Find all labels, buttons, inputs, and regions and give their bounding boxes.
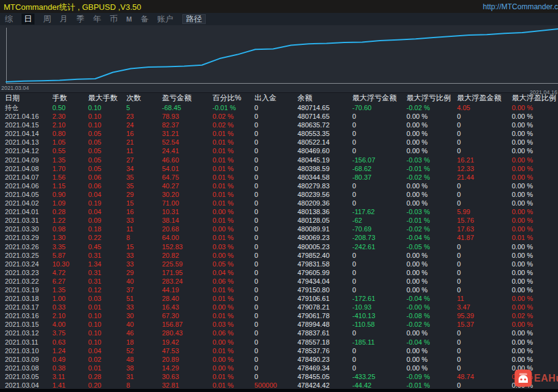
table-row[interactable]: 2021.03.080.380.013814.290.00 %0478469.3… [0,364,558,372]
path-button[interactable]: 路径 [182,14,206,24]
cell-max_float_profit: 0 [457,286,512,294]
table-row[interactable]: 2021.03.263.350.4515152.830.03 %0480005.… [0,242,558,251]
cell-inout: 0 [254,346,297,355]
table-row[interactable]: 2021.03.041.410.20832.810.01 %5000004784… [0,381,558,390]
table-row[interactable]: 2021.04.021.090.191571.000.01 %0480209.3… [0,199,558,207]
cell-lots: 0.33 [52,303,88,311]
table-row[interactable]: 2021.04.091.350.052746.600.01 %0480445.1… [0,156,558,164]
cell-inout: 0 [254,216,297,225]
cell-max_float_loss: 0 [352,182,406,190]
cell-max_float_profit_pct: 0.00 % [512,182,558,190]
cell-pl: 19.42 [162,338,212,346]
cell-pct: 0.04 % [212,268,254,277]
tab-月[interactable]: 月 [60,14,68,24]
cell-max_float_loss: 0 [352,329,406,337]
table-row[interactable]: 2021.03.162.100.103067.300.01 %0479061.7… [0,311,558,320]
cell-lots: 1.56 [52,173,88,182]
table-row[interactable]: 2021.03.191.350.123744.190.01 %0479150.8… [0,286,558,294]
cell-count: 33 [126,303,162,311]
cell-inout: 0 [254,294,297,303]
table-row[interactable]: 持仓0.500.105-68.45-0.01 %0480714.65-70.60… [0,103,558,112]
table-row[interactable]: 2021.04.050.900.042930.200.01 %0480239.5… [0,190,558,199]
cell-pct: 0.00 % [212,251,254,260]
cell-max_lots: 0.05 [88,138,126,146]
cell-max_float_loss_pct: 0.00 % [406,277,457,286]
table-row[interactable]: 2021.03.234.720.3129171.950.04 %0479605.… [0,268,558,277]
table-row[interactable]: 2021.03.170.330.013316.430.00 %0479078.2… [0,303,558,311]
cell-max_float_loss_pct: -0.03 % [406,156,457,164]
table-row[interactable]: 2021.04.162.300.102378.930.02 %0480714.6… [0,112,558,121]
eahub-watermark: EAHub [514,369,558,387]
cell-inout: 0 [254,338,297,346]
tab-M[interactable]: M [126,14,132,24]
table-row[interactable]: 2021.03.181.000.035128.400.01 %0479106.6… [0,294,558,303]
cell-lots: 1.35 [52,286,88,294]
cell-balance: 480069.23 [297,233,352,242]
cell-count: 29 [126,268,162,277]
cell-max_float_loss_pct: 0.00 % [406,260,457,268]
tab-年[interactable]: 年 [93,14,101,24]
table-row[interactable]: 2021.03.090.490.024820.890.00 %0478490.2… [0,355,558,364]
table-row[interactable]: 2021.03.154.000.1040156.870.03 %0478994.… [0,320,558,329]
cell-max_lots: 0.10 [88,338,126,346]
cell-lots: 1.05 [52,138,88,146]
cell-max_float_loss_pct: -0.05 % [406,242,457,251]
app-url-link[interactable]: http://MTCommander.c [483,2,558,11]
cell-count: 8 [126,233,162,242]
cell-lots: 2.10 [52,311,88,320]
table-row[interactable]: 2021.03.226.270.3140283.240.06 %0479434.… [0,277,558,286]
table-row[interactable]: 2021.03.2410.301.3433225.590.05 %0479831… [0,260,558,268]
table-row[interactable]: 2021.03.291.300.22864.000.01 %0480069.23… [0,233,558,242]
table-row[interactable]: 2021.04.120.550.051124.410.01 %0480469.6… [0,146,558,155]
cell-balance: 478490.23 [297,355,352,364]
cell-pct: 0.00 % [212,364,254,372]
cell-lots: 1.70 [52,164,88,173]
cell-pct: 0.01 % [212,173,254,182]
table-row[interactable]: 2021.03.255.870.313320.820.00 %0479852.4… [0,251,558,260]
table-row[interactable]: 2021.03.110.630.101819.420.00 %0478557.1… [0,338,558,346]
tab-日[interactable]: 日 [22,14,34,25]
cell-max_float_loss_pct: 0.00 % [406,190,457,199]
tab-币[interactable]: 币 [110,14,118,24]
cell-date: 2021.03.29 [0,233,52,242]
table-row[interactable]: 2021.03.123.750.1046280.430.06 %0478837.… [0,329,558,337]
cell-date: 2021.03.11 [0,338,52,346]
cell-date: 2021.04.06 [0,182,52,190]
cell-max_float_profit_pct: 0.00 % [512,242,558,251]
cell-balance: 480398.59 [297,164,352,173]
table-row[interactable]: 2021.04.131.050.052152.540.01 %0480522.1… [0,138,558,146]
cell-date: 2021.04.02 [0,199,52,207]
cell-max_float_loss_pct: 0.00 % [406,121,457,129]
table-row[interactable]: 2021.03.053.110.283130.630.01 %0478455.0… [0,372,558,381]
cell-inout: 0 [254,311,297,320]
cell-balance: 479605.99 [297,268,352,277]
cell-pct: 0.01 % [212,190,254,199]
cell-pct: -0.01 % [212,103,254,112]
table-row[interactable]: 2021.03.311.220.093338.140.01 %0480128.0… [0,216,558,225]
cell-pct: 0.01 % [212,216,254,225]
tab-综[interactable]: 综 [5,14,13,24]
table-row[interactable]: 2021.04.010.280.041610.310.00 %0480138.3… [0,207,558,216]
tab-季[interactable]: 季 [76,14,84,24]
table-row[interactable]: 2021.04.140.800.051631.210.01 %0480553.3… [0,129,558,138]
table-row[interactable]: 2021.04.081.700.053454.010.01 %0480398.5… [0,164,558,173]
table-row[interactable]: 2021.03.101.240.045247.530.01 %0478537.7… [0,346,558,355]
tab-账户[interactable]: 账户 [157,14,173,24]
cell-lots: 4.72 [52,268,88,277]
cell-inout: 0 [254,233,297,242]
tab-周[interactable]: 周 [43,14,51,24]
tab-备[interactable]: 备 [140,14,148,24]
table-row[interactable]: 2021.04.071.560.063564.750.01 %0480344.5… [0,173,558,182]
table-row[interactable]: 2021.03.300.980.181120.680.00 %0480089.9… [0,225,558,233]
cell-max_float_profit_pct: 0.00 % [512,103,558,112]
cell-pct: 0.01 % [212,346,254,355]
table-row[interactable]: 2021.04.152.100.102482.370.02 %0480635.7… [0,121,558,129]
cell-max_float_profit_pct: 0.00 % [512,146,558,155]
cell-max_lots: 0.05 [88,156,126,164]
cell-max_float_profit: 0 [457,338,512,346]
cell-max_lots: 0.45 [88,242,126,251]
cell-count: 23 [126,112,162,121]
cell-pct: 0.00 % [212,303,254,311]
cell-count: 21 [126,138,162,146]
table-row[interactable]: 2021.04.061.150.063540.270.01 %0480279.8… [0,182,558,190]
